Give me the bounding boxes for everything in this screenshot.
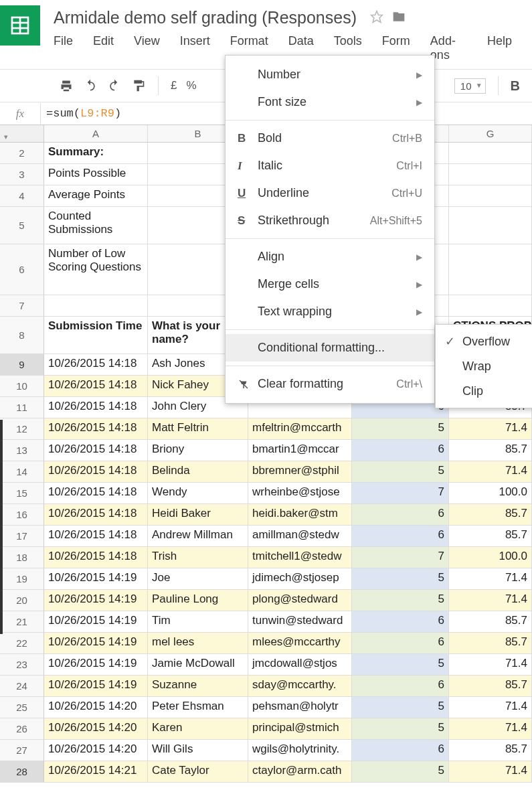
paint-format-icon[interactable] — [131, 78, 146, 93]
cell-percent[interactable]: 71.4 — [449, 718, 532, 739]
row-header[interactable]: 7 — [0, 295, 44, 316]
cell-time[interactable]: 10/26/2015 14:19 — [44, 568, 148, 589]
cell-time[interactable]: 10/26/2015 14:18 — [44, 461, 148, 482]
cell-email[interactable]: jmcdowall@stjos — [248, 654, 352, 675]
row-header[interactable]: 25 — [0, 697, 44, 718]
cell-percent[interactable]: 71.4 — [449, 761, 532, 782]
menu-insert[interactable]: Insert — [180, 34, 221, 62]
cell-percent[interactable]: 71.4 — [449, 418, 532, 439]
cell-email[interactable]: mlees@mccarthy — [248, 633, 352, 653]
folder-icon[interactable] — [391, 8, 406, 27]
cell[interactable] — [449, 143, 532, 163]
percent-button[interactable]: % — [186, 79, 196, 92]
format-menu-conditional-formatting-[interactable]: Conditional formatting... — [226, 334, 434, 362]
wrap-option-wrap[interactable]: Wrap — [436, 354, 532, 379]
cell-email[interactable]: sday@mccarthy. — [248, 676, 352, 696]
app-logo[interactable] — [0, 5, 40, 46]
cell-name[interactable]: Joe — [148, 568, 248, 589]
row-header[interactable]: 16 — [0, 504, 44, 525]
cell[interactable] — [449, 207, 532, 244]
cell-name[interactable]: Suzanne — [148, 676, 248, 696]
cell-percent[interactable]: 85.7 — [449, 740, 532, 761]
row-header[interactable]: 19 — [0, 568, 44, 589]
cell-score[interactable]: 5 — [352, 761, 449, 782]
cell[interactable] — [449, 244, 532, 295]
cell-name[interactable]: Wendy — [148, 483, 248, 503]
cell-score[interactable]: 5 — [352, 654, 449, 675]
cell-time[interactable]: 10/26/2015 14:20 — [44, 740, 148, 761]
cell-score[interactable]: 5 — [352, 461, 449, 482]
cell-email[interactable]: principal@stmich — [248, 718, 352, 739]
cell-score[interactable]: 7 — [352, 547, 449, 568]
cell-name[interactable]: Peter Ehsman — [148, 697, 248, 718]
cell[interactable] — [449, 164, 532, 185]
cell-email[interactable]: wrheinbe@stjose — [248, 483, 352, 503]
select-all-corner[interactable] — [0, 125, 44, 142]
cell-score[interactable]: 6 — [352, 526, 449, 546]
cell-score[interactable]: 6 — [352, 611, 449, 632]
row-header[interactable]: 18 — [0, 547, 44, 568]
star-icon[interactable] — [370, 8, 383, 27]
cell-name[interactable]: Tim — [148, 611, 248, 632]
cell-time[interactable]: 10/26/2015 14:18 — [44, 547, 148, 568]
cell-score[interactable]: 5 — [352, 418, 449, 439]
cell-name[interactable]: Cate Taylor — [148, 761, 248, 782]
menu-edit[interactable]: Edit — [93, 34, 124, 62]
undo-icon[interactable] — [83, 78, 98, 93]
cell-email[interactable]: jdimech@stjosep — [248, 568, 352, 589]
format-menu-bold[interactable]: B Bold Ctrl+B — [226, 125, 434, 152]
cell-score[interactable]: 5 — [352, 590, 449, 611]
row-header[interactable]: 14 — [0, 461, 44, 482]
cell-email[interactable]: tmitchell1@stedw — [248, 547, 352, 568]
row-header[interactable]: 12 — [0, 418, 44, 439]
cell-score[interactable]: 6 — [352, 504, 449, 525]
row-header[interactable]: 5 — [0, 207, 44, 244]
cell[interactable]: Number of Low Scoring Questions — [44, 244, 148, 295]
font-size-select[interactable]: 10▼ — [454, 78, 486, 94]
cell-score[interactable]: 6 — [352, 440, 449, 461]
cell[interactable]: Counted Submissions — [44, 207, 148, 244]
document-title[interactable]: Armidale demo self grading (Responses) — [54, 8, 357, 27]
cell-name[interactable]: Will Gils — [148, 740, 248, 761]
col-header-a[interactable]: A — [44, 125, 148, 142]
cell-percent[interactable]: 85.7 — [449, 440, 532, 461]
row-header[interactable]: 15 — [0, 483, 44, 503]
cell-email[interactable]: heidi.baker@stm — [248, 504, 352, 525]
redo-icon[interactable] — [107, 78, 122, 93]
cell-name[interactable]: Belinda — [148, 461, 248, 482]
cell-time[interactable]: 10/26/2015 14:19 — [44, 654, 148, 675]
row-header[interactable]: 2 — [0, 143, 44, 163]
cell-name[interactable]: Karen — [148, 718, 248, 739]
cell-percent[interactable]: 85.7 — [449, 633, 532, 653]
cell-time[interactable]: 10/26/2015 14:19 — [44, 611, 148, 632]
cell-email[interactable]: plong@stedward — [248, 590, 352, 611]
cell-score[interactable]: 6 — [352, 676, 449, 696]
cell-percent[interactable]: 71.4 — [449, 654, 532, 675]
row-header[interactable]: 20 — [0, 590, 44, 611]
cell-score[interactable]: 6 — [352, 740, 449, 761]
cell-email[interactable]: amillman@stedw — [248, 526, 352, 546]
print-icon[interactable] — [59, 78, 74, 93]
cell-percent[interactable]: 85.7 — [449, 611, 532, 632]
cell-name[interactable]: Jamie McDowall — [148, 654, 248, 675]
wrap-option-clip[interactable]: Clip — [436, 379, 532, 404]
cell-percent[interactable]: 85.7 — [449, 504, 532, 525]
cell[interactable]: Submission Time — [44, 317, 148, 353]
row-header[interactable]: 13 — [0, 440, 44, 461]
cell-percent[interactable]: 85.7 — [449, 676, 532, 696]
format-menu-font-size[interactable]: Font size ▶ — [226, 88, 434, 116]
cell-time[interactable]: 10/26/2015 14:20 — [44, 718, 148, 739]
row-header[interactable]: 24 — [0, 676, 44, 696]
cell-email[interactable]: pehsman@holytr — [248, 697, 352, 718]
row-header[interactable]: 3 — [0, 164, 44, 185]
cell-time[interactable]: 10/26/2015 14:18 — [44, 397, 148, 418]
format-menu-merge-cells[interactable]: Merge cells ▶ — [226, 270, 434, 298]
cell-name[interactable]: Trish — [148, 547, 248, 568]
format-menu-italic[interactable]: I Italic Ctrl+I — [226, 152, 434, 179]
menu-file[interactable]: File — [54, 34, 84, 62]
cell[interactable] — [449, 295, 532, 316]
cell-name[interactable]: Matt Feltrin — [148, 418, 248, 439]
bold-button[interactable]: B — [511, 78, 520, 94]
formula-input[interactable]: =sum(L9:R9) — [40, 103, 121, 125]
cell-score[interactable]: 7 — [352, 483, 449, 503]
